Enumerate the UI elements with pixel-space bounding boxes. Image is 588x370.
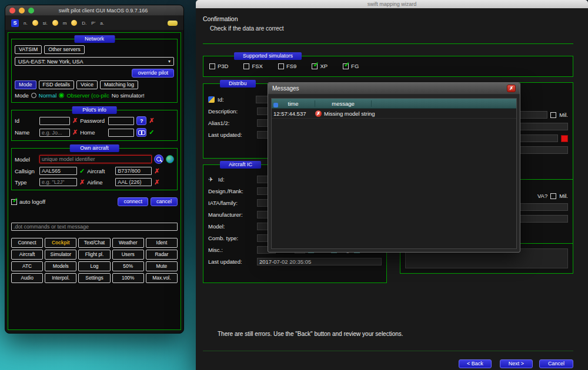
livery-mil-checkbox[interactable] — [550, 112, 556, 118]
smiley-icon[interactable] — [52, 20, 58, 26]
pilot-client-titlebar[interactable]: swift pilot client GUI MacOS 0.9.7.166 — [5, 5, 183, 16]
grid-button-audio[interactable]: Audio — [11, 273, 43, 283]
toolbar-item-d[interactable]: D. — [82, 21, 86, 26]
airline-invalid-icon: ✗ — [154, 179, 159, 186]
callsign-label: Callsign — [15, 168, 37, 174]
fs9-label: FS9 — [286, 63, 296, 69]
color-swatch[interactable] — [561, 135, 568, 142]
messages-dialog-titlebar[interactable]: Messages ✗ — [268, 83, 520, 95]
dialog-close-button[interactable]: ✗ — [507, 85, 516, 92]
grid-button-mute[interactable]: Mute — [146, 261, 178, 271]
grid-button-flightplan[interactable]: Flight pl. — [78, 250, 110, 260]
grid-button-settings[interactable]: Settings — [78, 273, 110, 283]
pilots-info-group-label: Pilot's info — [72, 106, 117, 114]
toolbar-item-a[interactable]: a. — [100, 21, 104, 26]
connect-button[interactable]: connect — [118, 197, 148, 206]
name-input[interactable] — [39, 129, 70, 137]
name-label: Name — [15, 129, 37, 136]
pilot-client-window: swift pilot client GUI MacOS 0.9.7.166 S… — [5, 5, 184, 334]
model-input[interactable] — [39, 155, 152, 163]
grid-button-interpol[interactable]: Interpol. — [45, 273, 76, 283]
airline-input[interactable] — [115, 178, 152, 186]
va-checkbox[interactable] — [550, 193, 556, 199]
aircraft-input[interactable] — [115, 167, 152, 175]
grid-button-connect[interactable]: Connect — [11, 238, 43, 248]
other-servers-button[interactable]: Other servers — [44, 45, 85, 54]
grid-button-weather[interactable]: Weather — [112, 238, 144, 248]
password-help-button[interactable]: ? — [136, 116, 146, 125]
toolbar-item-si[interactable]: si. — [43, 21, 48, 26]
vatsim-button[interactable]: VATSIM — [15, 45, 42, 54]
command-input[interactable] — [11, 223, 178, 231]
grid-button-maxvol[interactable]: Max.vol. — [146, 273, 178, 283]
grid-button-volume-100[interactable]: 100% — [112, 273, 144, 283]
type-label: Type — [15, 179, 37, 186]
server-select-value: USA-EAST: New York, USA — [18, 59, 83, 65]
minimize-button[interactable] — [19, 8, 25, 14]
tab-voice[interactable]: Voice — [76, 80, 98, 89]
page-subtitle: Check if the data are correct — [210, 25, 284, 32]
grid-button-cockpit[interactable]: Cockpit — [45, 238, 76, 248]
checkbox-fsx[interactable] — [243, 63, 249, 69]
message-row[interactable]: 12:57:44.537 ✗ Missing model string — [272, 109, 516, 119]
server-select[interactable]: USA-EAST: New York, USA ▾ — [15, 57, 174, 66]
auto-logoff-checkbox[interactable]: ✓ — [11, 199, 17, 205]
tab-mode[interactable]: Mode — [15, 80, 36, 89]
pilot-id-input[interactable] — [39, 117, 70, 125]
smiley-icon[interactable] — [71, 20, 77, 26]
tab-fsd-details[interactable]: FSD details — [39, 80, 75, 89]
checkbox-fg[interactable]: ✓ — [343, 63, 349, 69]
callsign-valid-icon: ✓ — [79, 168, 85, 174]
wizard-cancel-button[interactable]: Cancel — [539, 359, 573, 368]
back-button[interactable]: < Back — [459, 359, 492, 368]
next-button[interactable]: Next > — [500, 359, 533, 368]
checkbox-xp[interactable]: ✓ — [312, 63, 318, 69]
home-lookup-button[interactable] — [136, 128, 146, 137]
globe-icon[interactable] — [166, 155, 174, 163]
grid-button-atc[interactable]: ATC — [11, 261, 43, 271]
model-search-button[interactable] — [154, 154, 163, 164]
network-group: Network VATSIM Other servers USA-EAST: N… — [11, 39, 178, 103]
home-input[interactable] — [108, 129, 134, 137]
toolbar-item-m[interactable]: m — [63, 21, 67, 26]
message-column-header[interactable]: message — [315, 100, 372, 107]
grid-button-simulator[interactable]: Simulator — [45, 250, 76, 260]
override-pilot-button[interactable]: override pilot — [132, 69, 174, 78]
grid-button-users[interactable]: Users — [112, 250, 144, 260]
close-button[interactable] — [9, 8, 15, 14]
aircraft-updated-row: Last updated: 2017-07-02 20:35:05 — [208, 258, 382, 265]
grid-button-radar[interactable]: Radar — [146, 250, 178, 260]
divider — [203, 43, 573, 44]
tab-matching-log[interactable]: Matching log — [100, 80, 138, 89]
message-time: 12:57:44.537 — [272, 110, 315, 117]
network-group-label: Network — [74, 35, 115, 43]
checkbox-fs9[interactable] — [278, 63, 284, 69]
callsign-input[interactable] — [39, 167, 77, 175]
radio-normal[interactable] — [31, 93, 36, 98]
time-column-header[interactable]: time — [272, 100, 315, 107]
cancel-button[interactable]: cancel — [151, 197, 178, 206]
connect-row: ✓ auto logoff connect cancel — [11, 197, 178, 206]
aircraft-model-label: Model: — [208, 223, 254, 230]
password-input[interactable] — [108, 117, 134, 125]
messages-table: time message 12:57:44.537 ✗ Missing mode… — [271, 98, 517, 249]
message-text: Missing model string — [324, 110, 375, 117]
grid-button-volume-50[interactable]: 50% — [112, 261, 144, 271]
radio-observer[interactable] — [59, 93, 64, 98]
mapping-wizard-titlebar[interactable]: swift mapping wizard — [196, 0, 588, 8]
toolbar-item-n[interactable]: n. — [24, 21, 28, 26]
toolbar-item-p[interactable]: P' — [91, 21, 95, 26]
smiley-icon[interactable] — [32, 20, 38, 26]
page-title: Confirmation — [203, 15, 238, 22]
sim-item-xp: ✓ XP — [312, 63, 328, 69]
grid-button-ident[interactable]: Ident — [146, 238, 178, 248]
grid-button-log[interactable]: Log — [78, 261, 110, 271]
checkbox-p3d[interactable] — [209, 63, 215, 69]
type-input[interactable] — [39, 178, 77, 186]
swift-logo-icon[interactable]: S — [11, 19, 19, 27]
grid-button-models[interactable]: Models — [45, 261, 76, 271]
pilot-client-content: Network VATSIM Other servers USA-EAST: N… — [8, 32, 181, 330]
grid-button-aircraft[interactable]: Aircraft — [11, 250, 43, 260]
aircraft-label: Aircraft — [87, 168, 113, 174]
grid-button-textchat[interactable]: Text/Chat — [78, 238, 110, 248]
